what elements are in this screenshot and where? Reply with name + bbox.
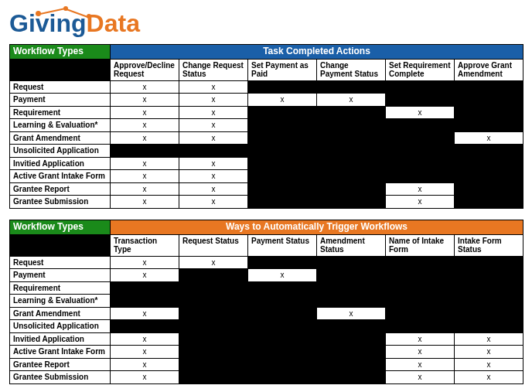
- data-cell: x: [386, 371, 455, 384]
- table-trigger-workflows: Workflow Types Ways to Automatically Tri…: [9, 220, 523, 384]
- row-label: Invitied Application: [10, 332, 111, 346]
- table-row: Requirementxxx: [10, 106, 523, 119]
- data-cell: x: [111, 106, 179, 119]
- data-cell: x: [455, 346, 523, 359]
- data-cell: x: [111, 256, 179, 269]
- table-row: Requirement: [10, 281, 523, 295]
- data-cell: [386, 94, 455, 107]
- table1-col-1: Change Request Status: [179, 59, 248, 80]
- data-cell: [317, 320, 386, 333]
- data-cell: [386, 281, 455, 295]
- table1-col-5: Approve Grant Amendment: [455, 59, 523, 80]
- data-cell: [111, 295, 179, 308]
- table1-column-header-row: Approve/Decline Request Change Request S…: [10, 59, 523, 80]
- table1-blank-corner: [10, 59, 111, 80]
- data-cell: [455, 80, 523, 94]
- data-cell: x: [386, 106, 455, 119]
- data-cell: [455, 269, 523, 282]
- table-row: Unsolicited Application: [10, 320, 523, 333]
- data-cell: [179, 295, 248, 308]
- data-cell: [317, 269, 386, 282]
- data-cell: [386, 80, 455, 94]
- data-cell: [248, 307, 317, 320]
- table-row: Active Grant Intake Formxx: [10, 170, 523, 183]
- logo-text-giving: Giving: [9, 9, 87, 38]
- table2-col-2: Payment Status: [248, 234, 317, 256]
- data-cell: [386, 131, 455, 145]
- data-cell: [317, 295, 386, 308]
- data-cell: [179, 358, 248, 371]
- data-cell: x: [111, 119, 179, 132]
- data-cell: [111, 281, 179, 295]
- table2-corner-header: Workflow Types: [10, 220, 111, 234]
- data-cell: x: [455, 371, 523, 384]
- data-cell: x: [317, 307, 386, 320]
- data-cell: [248, 170, 317, 183]
- data-cell: x: [111, 80, 179, 94]
- data-cell: x: [111, 346, 179, 359]
- data-cell: x: [111, 269, 179, 282]
- data-cell: x: [248, 269, 317, 282]
- table2-banner-header: Ways to Automatically Trigger Workflows: [111, 220, 523, 234]
- table-row: Invitied Applicationxx: [10, 157, 523, 170]
- row-label: Active Grant Intake Form: [10, 346, 111, 359]
- row-label: Grantee Submission: [10, 371, 111, 384]
- data-cell: [317, 346, 386, 359]
- table2-col-4: Name of Intake Form: [386, 234, 455, 256]
- row-label: Invitied Application: [10, 157, 111, 170]
- row-label: Payment: [10, 269, 111, 282]
- data-cell: x: [111, 332, 179, 346]
- data-cell: [179, 145, 248, 158]
- table-row: Learning & Evaluation*: [10, 295, 523, 308]
- data-cell: x: [179, 170, 248, 183]
- data-cell: x: [455, 358, 523, 371]
- data-cell: x: [111, 157, 179, 170]
- data-cell: x: [111, 131, 179, 145]
- row-label: Active Grant Intake Form: [10, 170, 111, 183]
- row-label: Grant Amendment: [10, 307, 111, 320]
- table-row: Grantee Reportxxx: [10, 182, 523, 196]
- data-cell: [455, 256, 523, 269]
- table-row: Paymentxxxx: [10, 94, 523, 107]
- data-cell: [386, 269, 455, 282]
- table-row: Paymentxx: [10, 269, 523, 282]
- data-cell: [317, 119, 386, 132]
- data-cell: [317, 256, 386, 269]
- data-cell: [248, 256, 317, 269]
- row-label: Request: [10, 256, 111, 269]
- data-cell: x: [111, 182, 179, 196]
- data-cell: [248, 80, 317, 94]
- data-cell: x: [111, 94, 179, 107]
- data-cell: [386, 256, 455, 269]
- data-cell: [179, 281, 248, 295]
- data-cell: [386, 145, 455, 158]
- data-cell: [455, 307, 523, 320]
- data-cell: [248, 131, 317, 145]
- data-cell: [317, 145, 386, 158]
- data-cell: x: [179, 119, 248, 132]
- table-task-completed-actions: Workflow Types Task Completed Actions Ap…: [9, 44, 523, 209]
- data-cell: x: [455, 131, 523, 145]
- data-cell: x: [317, 94, 386, 107]
- table2-col-1: Request Status: [179, 234, 248, 256]
- data-cell: [386, 119, 455, 132]
- data-cell: [455, 145, 523, 158]
- data-cell: [317, 157, 386, 170]
- data-cell: x: [179, 131, 248, 145]
- data-cell: x: [386, 358, 455, 371]
- row-label: Learning & Evaluation*: [10, 295, 111, 308]
- table-row: Grantee Submissionxxx: [10, 371, 523, 384]
- row-label: Payment: [10, 94, 111, 107]
- row-label: Grantee Report: [10, 182, 111, 196]
- data-cell: x: [248, 94, 317, 107]
- table2-col-5: Intake Form Status: [455, 234, 523, 256]
- logo-text-data: Data: [87, 9, 140, 38]
- table2-blank-corner: [10, 234, 111, 256]
- data-cell: x: [179, 196, 248, 209]
- data-cell: [317, 371, 386, 384]
- data-cell: [248, 281, 317, 295]
- table1-col-4: Set Requirement Complete: [386, 59, 455, 80]
- data-cell: [386, 307, 455, 320]
- row-label: Grantee Report: [10, 358, 111, 371]
- data-cell: x: [386, 196, 455, 209]
